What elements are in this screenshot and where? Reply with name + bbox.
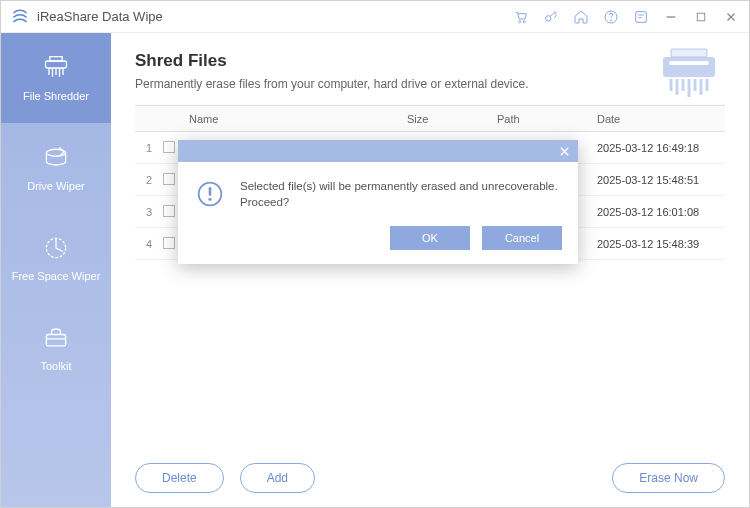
dialog-cancel-button[interactable]: Cancel	[482, 226, 562, 250]
erase-now-button[interactable]: Erase Now	[612, 463, 725, 493]
svg-point-0	[519, 20, 521, 22]
svg-rect-7	[46, 61, 67, 68]
feedback-icon[interactable]	[633, 9, 649, 25]
shredder-illustration-icon	[657, 47, 721, 103]
titlebar: iReaShare Data Wipe	[1, 1, 749, 33]
svg-rect-13	[669, 61, 709, 65]
app-logo-icon	[11, 8, 29, 26]
svg-rect-6	[697, 13, 705, 21]
help-icon[interactable]	[603, 9, 619, 25]
sidebar-item-drive-wiper[interactable]: Drive Wiper	[1, 123, 111, 213]
page-subtitle: Permanently erase files from your comput…	[135, 77, 725, 91]
delete-button[interactable]: Delete	[135, 463, 224, 493]
toolkit-icon	[42, 324, 70, 352]
drive-wiper-icon	[42, 144, 70, 172]
dialog-ok-button[interactable]: OK	[390, 226, 470, 250]
dialog-close-icon[interactable]	[556, 143, 572, 159]
svg-rect-12	[663, 57, 715, 77]
main-content: Shred Files Permanently erase files from…	[111, 33, 749, 507]
sidebar-item-label: Free Space Wiper	[12, 270, 101, 282]
col-header-name[interactable]: Name	[185, 113, 407, 125]
svg-point-2	[546, 15, 551, 20]
row-checkbox[interactable]	[163, 141, 175, 153]
svg-rect-14	[671, 49, 707, 57]
svg-rect-8	[50, 57, 62, 61]
svg-point-4	[610, 19, 611, 20]
svg-point-17	[208, 198, 211, 201]
col-header-date[interactable]: Date	[597, 113, 725, 125]
sidebar-item-label: Drive Wiper	[27, 180, 84, 192]
svg-point-1	[523, 20, 525, 22]
dialog-header	[178, 140, 578, 162]
minimize-button[interactable]	[663, 9, 679, 25]
svg-rect-11	[46, 335, 65, 346]
key-icon[interactable]	[543, 9, 559, 25]
sidebar-item-free-space-wiper[interactable]: Free Space Wiper	[1, 213, 111, 303]
home-icon[interactable]	[573, 9, 589, 25]
cart-icon[interactable]	[513, 9, 529, 25]
col-header-path[interactable]: Path	[497, 113, 597, 125]
col-header-size[interactable]: Size	[407, 113, 497, 125]
confirm-dialog: Selected file(s) will be permanently era…	[178, 140, 578, 264]
shredder-icon	[42, 54, 70, 82]
table-header: Name Size Path Date	[135, 106, 725, 132]
footer-actions: Delete Add Erase Now	[135, 451, 725, 493]
sidebar-item-label: Toolkit	[40, 360, 71, 372]
sidebar-item-label: File Shredder	[23, 90, 89, 102]
row-checkbox[interactable]	[163, 173, 175, 185]
add-button[interactable]: Add	[240, 463, 315, 493]
free-space-icon	[42, 234, 70, 262]
row-checkbox[interactable]	[163, 205, 175, 217]
sidebar: File Shredder Drive Wiper Free Space Wip…	[1, 33, 111, 507]
warning-icon	[196, 180, 224, 208]
sidebar-item-file-shredder[interactable]: File Shredder	[1, 33, 111, 123]
page-title: Shred Files	[135, 51, 725, 71]
dialog-message: Selected file(s) will be permanently era…	[240, 178, 560, 210]
close-button[interactable]	[723, 9, 739, 25]
app-title: iReaShare Data Wipe	[37, 9, 163, 24]
row-checkbox[interactable]	[163, 237, 175, 249]
svg-rect-5	[636, 11, 647, 22]
svg-rect-16	[209, 187, 212, 196]
sidebar-item-toolkit[interactable]: Toolkit	[1, 303, 111, 393]
maximize-button[interactable]	[693, 9, 709, 25]
